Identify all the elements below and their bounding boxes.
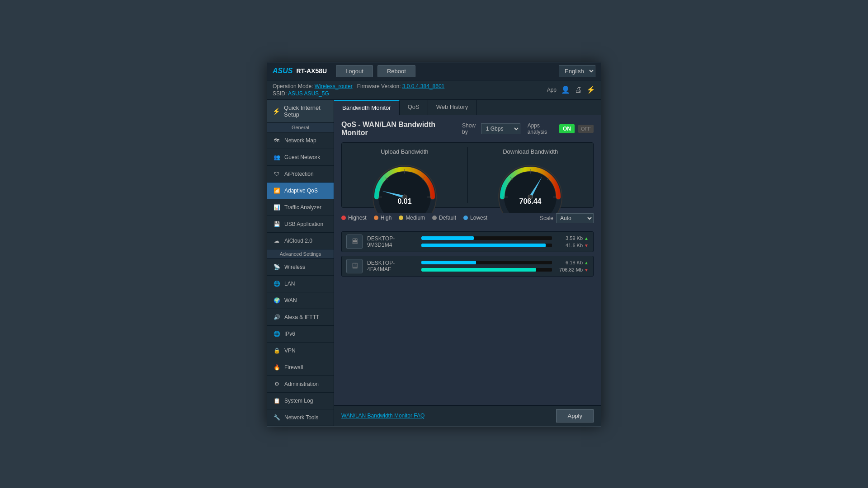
- sidebar-item-administration[interactable]: ⚙ Administration: [267, 376, 334, 393]
- sidebar-item-label: LAN: [284, 281, 295, 287]
- upload-bar-row-2: 6.18 Kb ▲: [421, 260, 589, 265]
- sidebar-item-label: Traffic Analyzer: [284, 204, 321, 211]
- sidebar-item-system-log[interactable]: 📋 System Log: [267, 393, 334, 409]
- sidebar-item-lan[interactable]: 🌐 LAN: [267, 276, 334, 292]
- adaptive-qos-icon: 📶: [273, 187, 281, 195]
- header: ASUS RT-AX58U Logout Reboot English: [267, 62, 601, 80]
- sidebar-item-label: Administration: [284, 381, 319, 387]
- upload-gauge-section: Upload Bandwidth: [342, 143, 467, 207]
- ssid-asus-5g[interactable]: ASUS_5G: [304, 90, 329, 97]
- upload-gauge-svg: 0.01: [368, 159, 441, 213]
- scale-select[interactable]: Auto 1 Gbps 100 Mbps: [556, 213, 594, 223]
- firmware-link[interactable]: 3.0.0.4.384_8601: [402, 83, 444, 89]
- upload-arrow-1: ▲: [584, 236, 589, 241]
- quick-setup-text: Quick Internet Setup: [284, 104, 321, 118]
- device-name-1: DESKTOP-9M3D1M4: [367, 235, 417, 248]
- legend-default: Default: [432, 215, 456, 221]
- tabs: Bandwidth Monitor QoS Web History: [334, 100, 601, 115]
- toggle-off: OFF: [578, 125, 594, 133]
- sidebar-item-network-tools[interactable]: 🔧 Network Tools: [267, 409, 334, 426]
- panel-title-row: QoS - WAN/LAN Bandwidth Monitor Show by …: [341, 121, 594, 137]
- sidebar-item-label: VPN: [284, 347, 296, 354]
- ai-protection-icon: 🛡: [273, 170, 281, 178]
- sidebar-item-ipv6[interactable]: 🌐 IPv6: [267, 326, 334, 343]
- language-select[interactable]: English: [559, 65, 595, 77]
- system-log-icon: 📋: [273, 397, 281, 405]
- vpn-icon: 🔒: [273, 347, 281, 355]
- ssid-info: SSID: ASUS ASUS_5G: [273, 90, 444, 97]
- sidebar-item-label: Guest Network: [284, 154, 320, 160]
- sidebar-item-firewall[interactable]: 🔥 Firewall: [267, 359, 334, 376]
- download-value-2: 706.82 Mb ▼: [555, 267, 589, 272]
- sidebar-item-network-map[interactable]: 🗺 Network Map: [267, 132, 334, 149]
- operation-mode-link[interactable]: Wireless_router: [315, 83, 353, 89]
- sidebar-item-adaptive-qos[interactable]: 📶 Adaptive QoS: [267, 183, 334, 199]
- sidebar-item-traffic-analyzer[interactable]: 📊 Traffic Analyzer: [267, 199, 334, 216]
- sidebar-item-label: Network Tools: [284, 414, 318, 421]
- tab-web-history[interactable]: Web History: [428, 100, 477, 115]
- firewall-icon: 🔥: [273, 363, 281, 371]
- upload-bar-row-1: 3.59 Kb ▲: [421, 235, 589, 241]
- ssid-asus[interactable]: ASUS: [288, 90, 303, 97]
- usb-icon[interactable]: ⚡: [586, 85, 595, 94]
- download-bar-track-2: [421, 268, 552, 272]
- upload-value-2: 6.18 Kb ▲: [555, 260, 589, 265]
- device-row-2: 🖥 DESKTOP-4FA4MAF 6.18 Kb ▲: [341, 256, 594, 277]
- apps-analysis-toggle[interactable]: ON: [559, 124, 575, 133]
- download-title: Download Bandwidth: [503, 148, 558, 155]
- legend-scale-row: Highest High Medium Default: [341, 213, 594, 227]
- device-bars-2: 6.18 Kb ▲ 706.82 Mb ▼: [421, 260, 589, 272]
- brand: ASUS RT-AX58U: [273, 67, 327, 75]
- tab-bandwidth-monitor[interactable]: Bandwidth Monitor: [334, 100, 400, 115]
- sidebar-item-wireless[interactable]: 📡 Wireless: [267, 259, 334, 276]
- network-map-icon: 🗺: [273, 136, 281, 145]
- administration-icon: ⚙: [273, 380, 281, 388]
- upload-bar-fill-1: [421, 236, 474, 240]
- upload-bar-track-1: [421, 236, 552, 240]
- sidebar-item-guest-network[interactable]: 👥 Guest Network: [267, 149, 334, 166]
- legend-dot-medium: [399, 216, 403, 220]
- sidebar-item-label: Network Map: [284, 137, 316, 144]
- sidebar-item-wan[interactable]: 🌍 WAN: [267, 292, 334, 309]
- legend-label-high: High: [381, 215, 392, 221]
- lan-icon: 🌐: [273, 280, 281, 288]
- logout-button[interactable]: Logout: [336, 65, 373, 77]
- sidebar-item-label: Firewall: [284, 364, 303, 371]
- device-bars-1: 3.59 Kb ▲ 41.6 Kb ▼: [421, 235, 589, 248]
- legend-label-highest: Highest: [348, 215, 367, 221]
- download-bar-fill-1: [421, 244, 546, 247]
- wireless-icon: 📡: [273, 263, 281, 271]
- show-by-select[interactable]: 1 Gbps 100 Mbps: [481, 123, 520, 134]
- legend-dot-high: [374, 216, 378, 220]
- sidebar-item-label: Adaptive QoS: [284, 188, 318, 194]
- legend-dot-default: [432, 216, 437, 220]
- legend-label-medium: Medium: [406, 215, 425, 221]
- download-gauge-section: Download Bandwidth: [468, 143, 594, 207]
- quick-setup-button[interactable]: ⚡ Quick Internet Setup: [267, 100, 334, 123]
- sidebar-item-usb-application[interactable]: 💾 USB Application: [267, 216, 334, 233]
- download-gauge-svg: 706.44: [494, 159, 566, 213]
- aicloud-icon: ☁: [273, 237, 281, 245]
- device-name-2: DESKTOP-4FA4MAF: [367, 260, 417, 272]
- sidebar-item-ai-protection[interactable]: 🛡 AiProtection: [267, 166, 334, 183]
- sidebar-item-alexa[interactable]: 🔊 Alexa & IFTTT: [267, 309, 334, 326]
- download-gauge: 706.44: [494, 159, 566, 204]
- tab-qos[interactable]: QoS: [400, 100, 428, 115]
- sidebar-item-aicloud[interactable]: ☁ AiCloud 2.0: [267, 233, 334, 249]
- apply-button[interactable]: Apply: [556, 409, 594, 422]
- reboot-button[interactable]: Reboot: [377, 65, 415, 77]
- upload-title: Upload Bandwidth: [381, 148, 429, 155]
- download-arrow-2: ▼: [584, 267, 589, 272]
- ipv6-icon: 🌐: [273, 330, 281, 338]
- sidebar-item-label: System Log: [284, 398, 313, 404]
- download-value-1: 41.6 Kb ▼: [555, 243, 589, 248]
- traffic-analyzer-icon: 📊: [273, 203, 281, 211]
- alexa-icon: 🔊: [273, 313, 281, 321]
- download-bar-fill-2: [421, 268, 536, 272]
- sidebar-item-vpn[interactable]: 🔒 VPN: [267, 343, 334, 359]
- faq-link[interactable]: WAN/LAN Bandwidth Monitor FAQ: [341, 413, 425, 419]
- sidebar-item-label: AiCloud 2.0: [284, 238, 312, 244]
- show-by-label: Show by: [462, 122, 478, 135]
- user-icon[interactable]: 👤: [561, 85, 570, 94]
- printer-icon[interactable]: 🖨: [575, 86, 582, 94]
